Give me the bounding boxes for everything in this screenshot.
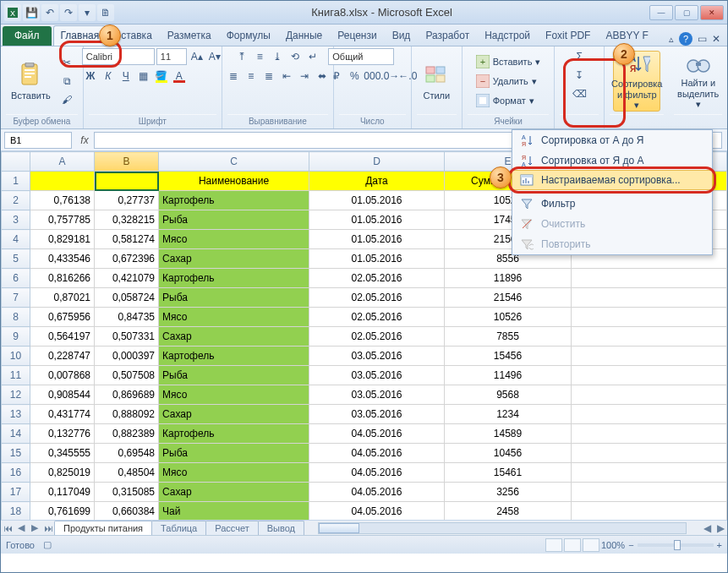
horizontal-scrollbar[interactable] xyxy=(318,522,687,534)
align-center-icon[interactable]: ≡ xyxy=(243,68,260,85)
cell[interactable]: 15461 xyxy=(445,463,572,483)
tab-addins[interactable]: Надстрой xyxy=(477,25,538,46)
align-right-icon[interactable]: ≣ xyxy=(260,68,277,85)
cell[interactable]: 1234 xyxy=(445,405,572,424)
sheet-nav-first-icon[interactable]: ⏮ xyxy=(1,521,14,535)
find-select-button[interactable]: Найти и выделить ▾ xyxy=(675,51,722,112)
row-header[interactable]: 18 xyxy=(2,502,30,521)
decrease-font-icon[interactable]: A▾ xyxy=(206,48,223,65)
comma-icon[interactable]: 000 xyxy=(364,68,380,85)
cell[interactable]: Рыба xyxy=(159,210,309,230)
ribbon-min-icon[interactable]: ▵ xyxy=(669,34,674,45)
cell[interactable]: Сахар xyxy=(159,483,309,502)
paste-button[interactable]: Вставить xyxy=(7,51,54,112)
cell[interactable]: 0,132776 xyxy=(30,424,95,444)
cell[interactable]: 0,000397 xyxy=(95,347,159,366)
row-header[interactable]: 3 xyxy=(2,210,30,230)
increase-indent-icon[interactable]: ⇥ xyxy=(296,68,313,85)
cell[interactable]: 01.05.2016 xyxy=(309,191,445,210)
cell[interactable]: 9568 xyxy=(445,385,572,405)
cell[interactable]: 0,433546 xyxy=(30,249,95,269)
align-bottom-icon[interactable]: ⤓ xyxy=(269,48,286,65)
fill-color-icon[interactable]: 🪣 xyxy=(153,68,170,85)
row-header[interactable]: 15 xyxy=(2,444,30,463)
cell[interactable]: Картофель xyxy=(159,191,309,210)
cell[interactable]: 0,431774 xyxy=(30,405,95,424)
cell[interactable]: Сахар xyxy=(159,405,309,424)
cell[interactable]: 02.05.2016 xyxy=(309,308,445,327)
sheet-tab[interactable]: Рассчет xyxy=(205,521,259,535)
cell[interactable]: 3256 xyxy=(445,483,572,502)
font-name-combo[interactable]: Calibri xyxy=(82,48,155,65)
col-header-c[interactable]: C xyxy=(159,152,309,172)
cell[interactable]: 04.05.2016 xyxy=(309,444,445,463)
cell[interactable]: 0,87021 xyxy=(30,288,95,308)
decrease-indent-icon[interactable]: ⇤ xyxy=(278,68,295,85)
sheet-nav-next-icon[interactable]: ▶ xyxy=(28,521,41,535)
fx-icon[interactable]: fx xyxy=(75,134,94,146)
tab-abbyy[interactable]: ABBYY F xyxy=(598,25,655,46)
cell[interactable]: 0,908544 xyxy=(30,385,95,405)
window-close-doc-icon[interactable]: ✕ xyxy=(712,33,720,45)
macro-record-icon[interactable]: ▢ xyxy=(43,539,52,550)
save-icon[interactable]: 💾 xyxy=(23,4,40,21)
cell[interactable]: 0,84735 xyxy=(95,308,159,327)
italic-button[interactable]: К xyxy=(100,68,117,85)
cell[interactable]: 0,816266 xyxy=(30,269,95,288)
cell[interactable]: 0,869689 xyxy=(95,385,159,405)
row-header[interactable]: 12 xyxy=(2,385,30,405)
format-cells-button[interactable]: Формат▾ xyxy=(473,91,545,110)
view-pagebreak-icon[interactable] xyxy=(583,538,599,552)
cell[interactable]: 03.05.2016 xyxy=(309,347,445,366)
row-header[interactable]: 7 xyxy=(2,288,30,308)
sheet-tab[interactable]: Таблица xyxy=(151,521,206,535)
undo-icon[interactable]: ↶ xyxy=(41,4,58,21)
cell[interactable]: 21546 xyxy=(445,288,572,308)
cell[interactable]: 0,27737 xyxy=(95,191,159,210)
cell[interactable]: Чай xyxy=(159,502,309,521)
cell[interactable]: 0,48504 xyxy=(95,463,159,483)
cell[interactable]: 11896 xyxy=(445,269,572,288)
cell[interactable]: 0,757785 xyxy=(30,210,95,230)
insert-cells-button[interactable]: + Вставить▾ xyxy=(473,52,545,71)
cell[interactable]: Рыба xyxy=(159,444,309,463)
underline-button[interactable]: Ч xyxy=(118,68,134,85)
menu-sort-az[interactable]: АЯ Сортировка от А до Я xyxy=(512,130,712,150)
cell[interactable]: 0,507331 xyxy=(95,327,159,347)
row-header[interactable]: 10 xyxy=(2,347,30,366)
cell[interactable]: 2458 xyxy=(445,502,572,521)
cell[interactable]: 0,888092 xyxy=(95,405,159,424)
cell[interactable]: 0,564197 xyxy=(30,327,95,347)
cell[interactable]: Картофель xyxy=(159,424,309,444)
row-header[interactable]: 14 xyxy=(2,424,30,444)
menu-sort-za[interactable]: ЯА Сортировка от Я до А xyxy=(512,150,712,171)
help-icon[interactable]: ? xyxy=(679,32,692,46)
cell[interactable]: 0,672396 xyxy=(95,249,159,269)
cell[interactable]: Картофель xyxy=(159,347,309,366)
row-header[interactable]: 16 xyxy=(2,463,30,483)
cell[interactable]: Сахар xyxy=(159,249,309,269)
autosum-icon[interactable]: Σ xyxy=(571,48,588,65)
cell[interactable]: 0,825019 xyxy=(30,463,95,483)
cell[interactable]: 04.05.2016 xyxy=(309,424,445,444)
cell[interactable]: 0,007868 xyxy=(30,366,95,385)
fill-icon[interactable]: ↧ xyxy=(571,67,588,84)
zoom-out-icon[interactable]: − xyxy=(628,540,633,550)
col-header-d[interactable]: D xyxy=(309,152,445,172)
wrap-text-icon[interactable]: ↵ xyxy=(304,48,321,65)
row-header[interactable]: 9 xyxy=(2,327,30,347)
col-header-b[interactable]: B xyxy=(95,152,159,172)
cell[interactable]: 0,058724 xyxy=(95,288,159,308)
currency-icon[interactable]: ₽ xyxy=(328,68,345,85)
row-header[interactable]: 11 xyxy=(2,366,30,385)
cell[interactable]: 01.05.2016 xyxy=(309,230,445,249)
row-header[interactable]: 8 xyxy=(2,308,30,327)
cell[interactable]: 01.05.2016 xyxy=(309,249,445,269)
zoom-in-icon[interactable]: + xyxy=(717,540,722,550)
sheet-nav-prev-icon[interactable]: ◀ xyxy=(14,521,28,535)
copy-icon[interactable]: ⧉ xyxy=(57,73,76,90)
increase-font-icon[interactable]: A▴ xyxy=(189,48,205,65)
cell[interactable]: 0,76138 xyxy=(30,191,95,210)
cell[interactable]: Рыба xyxy=(159,366,309,385)
cell[interactable]: 0,328215 xyxy=(95,210,159,230)
